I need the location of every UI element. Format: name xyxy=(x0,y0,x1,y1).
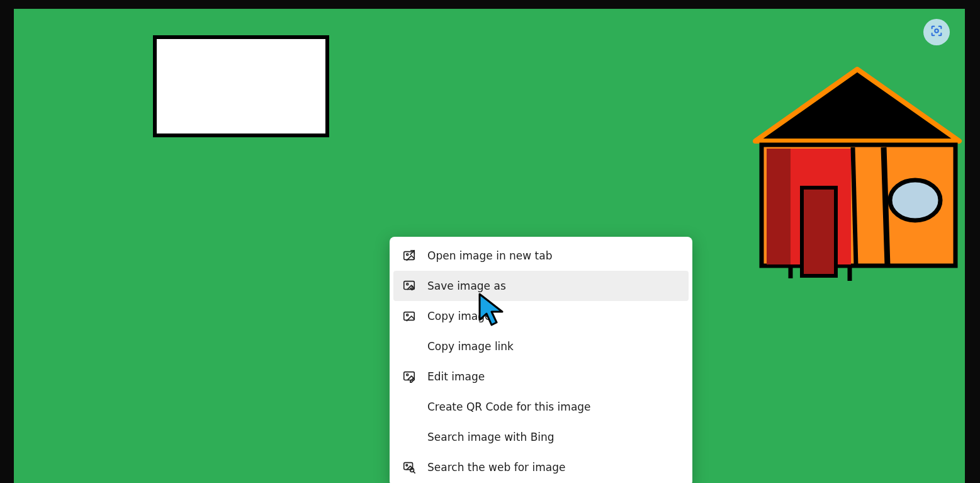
menu-item-edit-image[interactable]: Edit image xyxy=(393,361,689,392)
edit-image-icon xyxy=(402,370,416,384)
web-search-icon xyxy=(402,460,416,474)
svg-point-6 xyxy=(935,29,938,33)
menu-item-label: Copy image xyxy=(427,310,491,322)
menu-item-label: Edit image xyxy=(427,370,485,383)
menu-item-search-web-for-image[interactable]: Search the web for image xyxy=(393,452,689,482)
menu-item-open-image-new-tab[interactable]: Open image in new tab xyxy=(393,241,689,271)
svg-marker-0 xyxy=(755,69,959,141)
menu-item-label: Open image in new tab xyxy=(427,249,552,262)
copy-image-icon xyxy=(402,309,416,323)
menu-item-search-image-bing[interactable]: Search image with Bing xyxy=(393,422,689,452)
visual-search-button[interactable] xyxy=(923,19,950,45)
menu-item-copy-image[interactable]: Copy image xyxy=(393,301,689,331)
open-image-icon xyxy=(402,249,416,263)
svg-rect-4 xyxy=(802,188,836,276)
svg-point-5 xyxy=(890,180,940,220)
svg-point-14 xyxy=(407,374,408,376)
svg-point-8 xyxy=(407,254,408,256)
drawing-white-rectangle xyxy=(153,35,329,137)
menu-item-label: Copy image link xyxy=(427,340,514,353)
menu-item-label: Save image as xyxy=(427,280,506,292)
svg-point-16 xyxy=(406,465,408,467)
drawing-house xyxy=(750,60,964,281)
menu-item-save-image-as[interactable]: Save image as xyxy=(393,271,689,301)
menu-item-label: Search the web for image xyxy=(427,461,565,474)
menu-item-copy-image-link[interactable]: Copy image link xyxy=(393,331,689,361)
visual-search-icon xyxy=(930,24,943,40)
svg-point-10 xyxy=(407,283,408,285)
menu-item-label: Search image with Bing xyxy=(427,431,555,443)
menu-item-label: Create QR Code for this image xyxy=(427,401,591,413)
svg-rect-3 xyxy=(767,149,791,264)
image-context-menu: Open image in new tab Save image as Copy… xyxy=(390,237,692,483)
svg-point-12 xyxy=(407,314,408,316)
save-image-icon xyxy=(402,279,416,293)
menu-item-create-qr-code[interactable]: Create QR Code for this image xyxy=(393,392,689,422)
